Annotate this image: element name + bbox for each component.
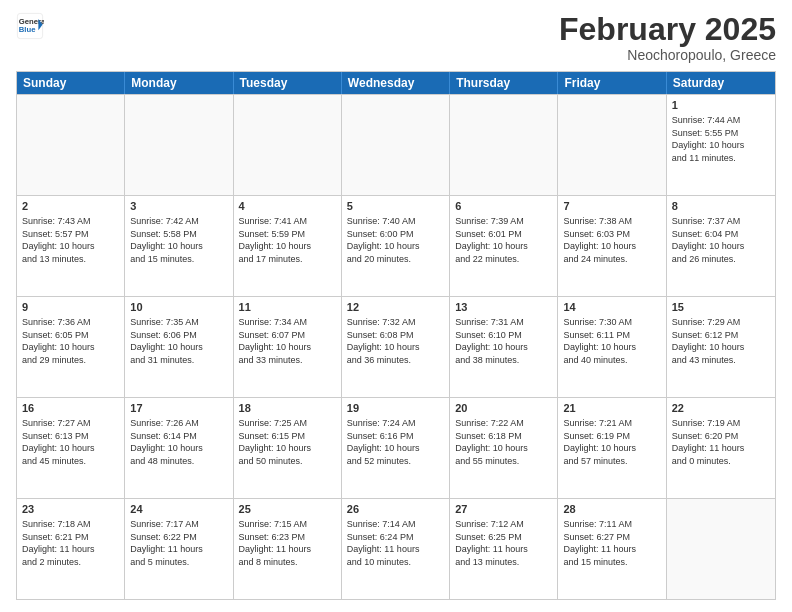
location: Neochoropoulo, Greece (559, 47, 776, 63)
day-cell-27: 27Sunrise: 7:12 AMSunset: 6:25 PMDayligh… (450, 499, 558, 599)
empty-cell (342, 95, 450, 195)
day-cell-1: 1Sunrise: 7:44 AMSunset: 5:55 PMDaylight… (667, 95, 775, 195)
day-number: 26 (347, 502, 444, 517)
day-cell-28: 28Sunrise: 7:11 AMSunset: 6:27 PMDayligh… (558, 499, 666, 599)
day-cell-25: 25Sunrise: 7:15 AMSunset: 6:23 PMDayligh… (234, 499, 342, 599)
day-cell-14: 14Sunrise: 7:30 AMSunset: 6:11 PMDayligh… (558, 297, 666, 397)
day-info: Sunrise: 7:31 AMSunset: 6:10 PMDaylight:… (455, 316, 552, 366)
day-info: Sunrise: 7:37 AMSunset: 6:04 PMDaylight:… (672, 215, 770, 265)
day-info: Sunrise: 7:22 AMSunset: 6:18 PMDaylight:… (455, 417, 552, 467)
calendar-body: 1Sunrise: 7:44 AMSunset: 5:55 PMDaylight… (17, 94, 775, 599)
page: General Blue February 2025 Neochoropoulo… (0, 0, 792, 612)
week-row-3: 9Sunrise: 7:36 AMSunset: 6:05 PMDaylight… (17, 296, 775, 397)
empty-cell (125, 95, 233, 195)
day-number: 14 (563, 300, 660, 315)
day-header-wednesday: Wednesday (342, 72, 450, 94)
day-info: Sunrise: 7:41 AMSunset: 5:59 PMDaylight:… (239, 215, 336, 265)
day-cell-16: 16Sunrise: 7:27 AMSunset: 6:13 PMDayligh… (17, 398, 125, 498)
day-cell-20: 20Sunrise: 7:22 AMSunset: 6:18 PMDayligh… (450, 398, 558, 498)
day-number: 8 (672, 199, 770, 214)
day-cell-22: 22Sunrise: 7:19 AMSunset: 6:20 PMDayligh… (667, 398, 775, 498)
title-block: February 2025 Neochoropoulo, Greece (559, 12, 776, 63)
day-number: 13 (455, 300, 552, 315)
day-info: Sunrise: 7:40 AMSunset: 6:00 PMDaylight:… (347, 215, 444, 265)
day-number: 20 (455, 401, 552, 416)
day-cell-2: 2Sunrise: 7:43 AMSunset: 5:57 PMDaylight… (17, 196, 125, 296)
day-cell-7: 7Sunrise: 7:38 AMSunset: 6:03 PMDaylight… (558, 196, 666, 296)
day-number: 7 (563, 199, 660, 214)
day-number: 22 (672, 401, 770, 416)
day-info: Sunrise: 7:26 AMSunset: 6:14 PMDaylight:… (130, 417, 227, 467)
day-number: 21 (563, 401, 660, 416)
day-cell-26: 26Sunrise: 7:14 AMSunset: 6:24 PMDayligh… (342, 499, 450, 599)
day-cell-8: 8Sunrise: 7:37 AMSunset: 6:04 PMDaylight… (667, 196, 775, 296)
day-info: Sunrise: 7:24 AMSunset: 6:16 PMDaylight:… (347, 417, 444, 467)
svg-text:Blue: Blue (19, 25, 36, 34)
week-row-1: 1Sunrise: 7:44 AMSunset: 5:55 PMDaylight… (17, 94, 775, 195)
day-number: 9 (22, 300, 119, 315)
month-title: February 2025 (559, 12, 776, 47)
day-info: Sunrise: 7:42 AMSunset: 5:58 PMDaylight:… (130, 215, 227, 265)
day-header-saturday: Saturday (667, 72, 775, 94)
day-info: Sunrise: 7:12 AMSunset: 6:25 PMDaylight:… (455, 518, 552, 568)
day-number: 3 (130, 199, 227, 214)
day-number: 6 (455, 199, 552, 214)
day-cell-13: 13Sunrise: 7:31 AMSunset: 6:10 PMDayligh… (450, 297, 558, 397)
empty-cell (558, 95, 666, 195)
day-info: Sunrise: 7:34 AMSunset: 6:07 PMDaylight:… (239, 316, 336, 366)
day-cell-6: 6Sunrise: 7:39 AMSunset: 6:01 PMDaylight… (450, 196, 558, 296)
day-info: Sunrise: 7:30 AMSunset: 6:11 PMDaylight:… (563, 316, 660, 366)
day-number: 5 (347, 199, 444, 214)
day-cell-19: 19Sunrise: 7:24 AMSunset: 6:16 PMDayligh… (342, 398, 450, 498)
day-cell-15: 15Sunrise: 7:29 AMSunset: 6:12 PMDayligh… (667, 297, 775, 397)
day-number: 12 (347, 300, 444, 315)
empty-cell (17, 95, 125, 195)
header: General Blue February 2025 Neochoropoulo… (16, 12, 776, 63)
day-info: Sunrise: 7:19 AMSunset: 6:20 PMDaylight:… (672, 417, 770, 467)
day-info: Sunrise: 7:27 AMSunset: 6:13 PMDaylight:… (22, 417, 119, 467)
day-info: Sunrise: 7:32 AMSunset: 6:08 PMDaylight:… (347, 316, 444, 366)
day-number: 10 (130, 300, 227, 315)
day-number: 17 (130, 401, 227, 416)
logo-icon: General Blue (16, 12, 44, 40)
day-cell-11: 11Sunrise: 7:34 AMSunset: 6:07 PMDayligh… (234, 297, 342, 397)
calendar-header: SundayMondayTuesdayWednesdayThursdayFrid… (17, 72, 775, 94)
calendar: SundayMondayTuesdayWednesdayThursdayFrid… (16, 71, 776, 600)
day-cell-10: 10Sunrise: 7:35 AMSunset: 6:06 PMDayligh… (125, 297, 233, 397)
day-number: 19 (347, 401, 444, 416)
day-info: Sunrise: 7:18 AMSunset: 6:21 PMDaylight:… (22, 518, 119, 568)
week-row-5: 23Sunrise: 7:18 AMSunset: 6:21 PMDayligh… (17, 498, 775, 599)
logo: General Blue (16, 12, 44, 40)
day-header-sunday: Sunday (17, 72, 125, 94)
day-header-friday: Friday (558, 72, 666, 94)
day-cell-9: 9Sunrise: 7:36 AMSunset: 6:05 PMDaylight… (17, 297, 125, 397)
week-row-4: 16Sunrise: 7:27 AMSunset: 6:13 PMDayligh… (17, 397, 775, 498)
empty-cell (450, 95, 558, 195)
day-info: Sunrise: 7:17 AMSunset: 6:22 PMDaylight:… (130, 518, 227, 568)
day-number: 2 (22, 199, 119, 214)
day-cell-12: 12Sunrise: 7:32 AMSunset: 6:08 PMDayligh… (342, 297, 450, 397)
day-cell-24: 24Sunrise: 7:17 AMSunset: 6:22 PMDayligh… (125, 499, 233, 599)
day-cell-17: 17Sunrise: 7:26 AMSunset: 6:14 PMDayligh… (125, 398, 233, 498)
week-row-2: 2Sunrise: 7:43 AMSunset: 5:57 PMDaylight… (17, 195, 775, 296)
day-number: 4 (239, 199, 336, 214)
day-number: 23 (22, 502, 119, 517)
day-info: Sunrise: 7:43 AMSunset: 5:57 PMDaylight:… (22, 215, 119, 265)
day-info: Sunrise: 7:44 AMSunset: 5:55 PMDaylight:… (672, 114, 770, 164)
day-cell-4: 4Sunrise: 7:41 AMSunset: 5:59 PMDaylight… (234, 196, 342, 296)
day-info: Sunrise: 7:35 AMSunset: 6:06 PMDaylight:… (130, 316, 227, 366)
day-cell-3: 3Sunrise: 7:42 AMSunset: 5:58 PMDaylight… (125, 196, 233, 296)
day-cell-18: 18Sunrise: 7:25 AMSunset: 6:15 PMDayligh… (234, 398, 342, 498)
day-info: Sunrise: 7:36 AMSunset: 6:05 PMDaylight:… (22, 316, 119, 366)
day-cell-21: 21Sunrise: 7:21 AMSunset: 6:19 PMDayligh… (558, 398, 666, 498)
day-info: Sunrise: 7:39 AMSunset: 6:01 PMDaylight:… (455, 215, 552, 265)
day-cell-23: 23Sunrise: 7:18 AMSunset: 6:21 PMDayligh… (17, 499, 125, 599)
day-header-monday: Monday (125, 72, 233, 94)
day-number: 18 (239, 401, 336, 416)
day-number: 28 (563, 502, 660, 517)
day-info: Sunrise: 7:21 AMSunset: 6:19 PMDaylight:… (563, 417, 660, 467)
day-info: Sunrise: 7:25 AMSunset: 6:15 PMDaylight:… (239, 417, 336, 467)
day-number: 16 (22, 401, 119, 416)
day-number: 24 (130, 502, 227, 517)
empty-cell (667, 499, 775, 599)
